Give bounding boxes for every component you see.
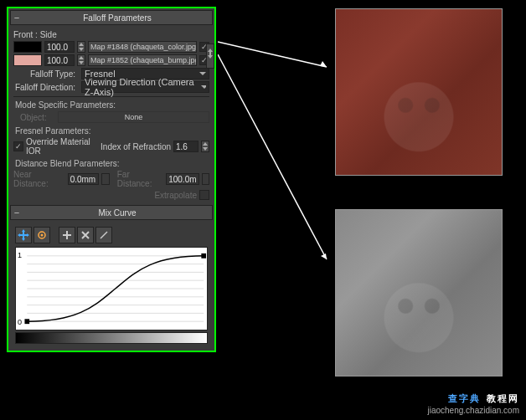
svg-point-1 — [41, 234, 44, 237]
extrapolate-label: Extrapolate — [154, 191, 197, 200]
mode-specific-label: Mode Specific Parameters: — [15, 100, 209, 110]
swap-icon — [208, 49, 213, 64]
bump-map-preview — [335, 209, 503, 376]
mix-curve-section: 1 0 — [10, 222, 213, 349]
extrapolate-checkbox — [199, 190, 209, 200]
distance-row: Near Distance: 0.0mm Far Distance: 100.0… — [13, 170, 209, 188]
move-tool-button[interactable] — [15, 227, 32, 243]
fresnel-params-label: Fresnel Parameters: — [15, 126, 209, 136]
curve-editor[interactable]: 1 0 — [15, 247, 208, 330]
ior-label: Index of Refraction — [101, 142, 171, 151]
front-amount-spinner[interactable] — [77, 41, 85, 53]
svg-line-15 — [218, 42, 327, 67]
watermark-url: jiaocheng.chazidian.com — [427, 406, 519, 415]
far-distance-label: Far Distance: — [117, 170, 163, 188]
near-distance-label: Near Distance: — [13, 170, 65, 188]
gradient-preview — [15, 332, 208, 344]
falloff-direction-value: Viewing Direction (Camera Z-Axis) — [85, 77, 198, 97]
spinner-arrows-icon — [79, 56, 84, 64]
side-color-swatch[interactable] — [13, 54, 42, 66]
side-map-button[interactable]: Map #1852 (chaqueta_bump.jpg) — [88, 54, 197, 66]
reset-icon — [99, 230, 109, 240]
falloff-direction-dropdown[interactable]: Viewing Direction (Camera Z-Axis) — [81, 81, 209, 93]
front-amount-input[interactable]: 100.0 — [44, 41, 75, 53]
curve-graph — [16, 248, 207, 330]
ior-input[interactable]: 1.6 — [173, 141, 199, 152]
extrapolate-row: Extrapolate — [13, 190, 209, 200]
rollup-title: Mix Curve — [23, 208, 212, 218]
add-point-icon — [62, 230, 72, 240]
rollup-mix-curve[interactable]: − Mix Curve — [10, 205, 213, 220]
watermark: 查字典 教程网 jiaocheng.chazidian.com — [427, 388, 519, 415]
arrow-to-color-map — [218, 25, 335, 75]
rollup-falloff[interactable]: − Falloff Parameters — [10, 10, 213, 25]
chevron-down-icon — [199, 72, 206, 75]
ior-spinner[interactable] — [201, 141, 209, 152]
move-icon — [18, 229, 29, 241]
collapse-icon: − — [11, 13, 23, 23]
override-ior-label: Override Material IOR — [26, 137, 98, 156]
override-ior-checkbox[interactable]: ✓ — [13, 141, 23, 151]
object-pick-button: None — [58, 111, 209, 123]
far-distance-spinner — [202, 173, 209, 185]
svg-rect-3 — [63, 234, 71, 236]
distance-blend-label: Distance Blend Parameters: — [15, 159, 209, 168]
fresnel-row: ✓ Override Material IOR Index of Refract… — [13, 137, 209, 156]
arrow-to-bump-map — [218, 50, 335, 268]
front-map-button[interactable]: Map #1848 (chaqueta_color.jpg) — [88, 41, 197, 53]
falloff-direction-row: Falloff Direction: Viewing Direction (Ca… — [13, 81, 209, 93]
swap-maps-button[interactable] — [206, 44, 214, 69]
side-amount-input[interactable]: 100.0 — [44, 54, 75, 66]
scale-tool-button[interactable] — [34, 227, 50, 243]
collapse-icon: − — [11, 207, 23, 218]
near-distance-input: 0.0mm — [68, 173, 100, 185]
near-distance-spinner — [101, 173, 109, 185]
svg-line-16 — [218, 54, 327, 259]
far-distance-input: 100.0m — [166, 173, 199, 185]
curve-y-max: 1 — [18, 251, 22, 259]
front-color-swatch[interactable] — [13, 41, 42, 53]
rollup-title: Falloff Parameters — [23, 13, 212, 23]
spinner-arrows-icon — [79, 43, 84, 51]
watermark-text: 查字典 教程网 — [427, 388, 519, 406]
map-slot-2: 100.0 Map #1852 (chaqueta_bump.jpg) ✓ — [13, 54, 209, 66]
chevron-down-icon — [201, 85, 206, 89]
falloff-type-label: Falloff Type: — [13, 69, 79, 79]
reset-curve-button[interactable] — [95, 227, 112, 243]
side-amount-spinner[interactable] — [77, 54, 85, 66]
svg-rect-13 — [24, 319, 29, 324]
object-label: Object: — [13, 113, 55, 122]
spinner-arrows-icon — [203, 142, 208, 151]
front-side-label: Front : Side — [13, 30, 209, 39]
delete-point-button[interactable] — [77, 227, 94, 243]
falloff-direction-label: Falloff Direction: — [13, 83, 79, 92]
add-point-button[interactable] — [59, 227, 75, 243]
curve-toolbar — [13, 225, 209, 245]
falloff-panel: − Falloff Parameters Front : Side 100.0 … — [7, 7, 216, 352]
color-map-preview — [335, 8, 503, 176]
falloff-section: Front : Side 100.0 Map #1848 (chaqueta_c… — [10, 27, 213, 205]
curve-y-min: 0 — [18, 318, 22, 326]
map-slot-1: 100.0 Map #1848 (chaqueta_color.jpg) ✓ — [13, 41, 209, 53]
delete-point-icon — [80, 230, 90, 240]
object-row: Object: None — [13, 111, 209, 123]
scale-icon — [37, 230, 47, 240]
svg-rect-14 — [201, 254, 206, 259]
